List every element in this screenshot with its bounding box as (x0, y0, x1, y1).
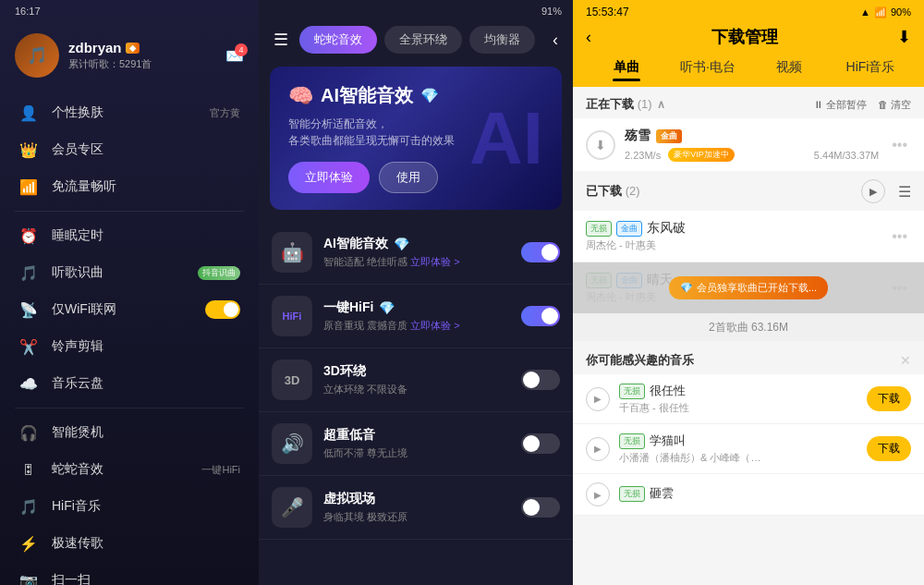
menu-item-snake-effect[interactable]: 🎛 蛇蛇音效 一键HiFi (0, 451, 259, 488)
menu-item-vip[interactable]: 👑 会员专区 (0, 131, 259, 168)
rec-play-1[interactable]: ▶ (586, 387, 610, 411)
menu-item-ringtone[interactable]: ✂️ 铃声剪辑 (0, 328, 259, 365)
dl-size: 5.44M/33.37M (814, 150, 879, 161)
menu-item-hifi[interactable]: 🎵 HiFi音乐 (0, 488, 259, 525)
menu-item-sleep[interactable]: ⏰ 睡眠定时 (0, 217, 259, 254)
effect-3d-toggle[interactable] (521, 370, 560, 390)
hamburger-button[interactable]: ☰ (270, 26, 292, 54)
dl-progress-row: 2.23M/s 豪华VIP加速中 5.44M/33.37M (625, 148, 879, 162)
rec-item-3: ▶ 无损 砸雲 (573, 474, 924, 516)
menu-item-cloud[interactable]: ☁️ 音乐云盘 (0, 365, 259, 402)
dl-vip-accelerate-tag: 豪华VIP加速中 (668, 148, 735, 162)
effect-bass-toggle[interactable] (521, 433, 560, 454)
tag-free-1: 无损 (586, 221, 612, 237)
menu-item-free-flow[interactable]: 📶 免流量畅听 (0, 168, 259, 205)
skin-icon: 👤 (18, 103, 39, 123)
hifi-icon: 🎵 (18, 496, 39, 517)
dl-status-icon: ⬇ (586, 130, 615, 160)
downloaded-1-more[interactable]: ••• (888, 225, 911, 249)
tab-snake-effect[interactable]: 蛇蛇音效 (299, 26, 377, 54)
effect-item-hifi[interactable]: HiFi 一键HiFi 💎 原音重现 震撼音质 立即体验 > (259, 285, 573, 348)
sort-button[interactable]: ☰ (898, 183, 911, 201)
menu-item-burnin[interactable]: 🎧 智能煲机 (0, 414, 259, 451)
ai-try-button[interactable]: 立即体验 (288, 162, 370, 193)
tab-hifi-music[interactable]: HiFi音乐 (830, 55, 911, 79)
right-back-button[interactable]: ‹ (586, 28, 591, 47)
rec-2-info: 无损 学猫叫 小潘潘（潘柚彤）& 小峰峰（… (619, 433, 857, 465)
effect-ai-toggle[interactable] (521, 242, 560, 262)
skin-badge: 官方黄 (210, 106, 240, 120)
menu-label-ringtone: 铃声剪辑 (52, 338, 240, 355)
effect-3d-sub: 立体环绕 不限设备 (323, 383, 510, 396)
effect-virtual-toggle[interactable] (521, 497, 560, 518)
effect-bass-sub: 低而不滞 尊无止境 (323, 446, 510, 460)
tag-gold-1: 金曲 (616, 221, 642, 237)
clear-button[interactable]: 🗑 清空 (878, 98, 911, 112)
ai-diamond-icon: 💎 (420, 87, 439, 104)
dl-more-button[interactable]: ••• (888, 133, 911, 157)
effect-item-3d[interactable]: 3D 3D环绕 立体环绕 不限设备 (259, 348, 573, 412)
effect-hifi-info: 一键HiFi 💎 原音重现 震撼音质 立即体验 > (323, 299, 510, 333)
vip-overlay-text: 💎 会员独享歌曲已开始下载... (669, 276, 828, 299)
right-tab-bar: 单曲 听书·电台 视频 HiFi音乐 (573, 55, 924, 87)
tab-equalizer[interactable]: 均衡器 (469, 26, 535, 54)
mid-time (270, 6, 273, 17)
tab-single[interactable]: 单曲 (586, 55, 667, 79)
menu-item-skin[interactable]: 👤 个性换肤 官方黄 (0, 94, 259, 131)
tab-panorama[interactable]: 全景环绕 (384, 26, 462, 54)
rec-play-3[interactable]: ▶ (586, 482, 610, 506)
menu-label-scan: 扫一扫 (52, 572, 240, 585)
menu-item-shazam[interactable]: 🎵 听歌识曲 抖音识曲 (0, 254, 259, 291)
downloading-title: 正在下载 (1) ∧ (586, 96, 813, 113)
rec-item-2: ▶ 无损 学猫叫 小潘潘（潘柚彤）& 小峰峰（… 下载 (573, 424, 924, 474)
rec-play-2[interactable]: ▶ (586, 437, 610, 461)
rec-2-download-button[interactable]: 下载 (867, 436, 911, 461)
menu-item-wifi[interactable]: 📡 仅WiFi联网 (0, 291, 259, 328)
right-status-bar: 15:53:47 ▲ 📶 90% (573, 0, 924, 20)
mail-button[interactable]: ✉️ 4 (225, 47, 244, 65)
menu-item-fast-transfer[interactable]: ⚡ 极速传歌 (0, 525, 259, 562)
pause-all-button[interactable]: ⏸ 全部暂停 (813, 98, 867, 112)
menu-label-shazam: 听歌识曲 (52, 264, 185, 281)
rec-3-title: 无损 砸雲 (619, 485, 911, 502)
tab-audiobook[interactable]: 听书·电台 (667, 55, 748, 79)
right-header: ‹ 下载管理 ⬇ (573, 20, 924, 55)
rec-close-button[interactable]: ✕ (900, 353, 911, 368)
downloaded-1-info: 无损 金曲 东风破 周杰伦 - 叶惠美 (586, 220, 881, 252)
downloading-actions: ⏸ 全部暂停 🗑 清空 (813, 98, 911, 112)
effect-item-bass[interactable]: 🔊 超重低音 低而不滞 尊无止境 (259, 412, 573, 476)
ai-banner: AI 🧠 AI智能音效 💎 智能分析适配音效， 各类歌曲都能呈现无懈可击的效果 … (270, 67, 562, 210)
play-all-button[interactable]: ▶ (861, 179, 885, 203)
downloaded-section: 已下载 (2) ▶ ☰ 无损 金曲 东风破 周杰伦 - 叶惠美 (573, 172, 924, 341)
rec-2-artist: 小潘潘（潘柚彤）& 小峰峰（… (619, 451, 857, 465)
mid-back-button[interactable]: ‹ (549, 27, 562, 54)
avatar[interactable]: 🎵 (15, 33, 59, 78)
shazam-icon: 🎵 (18, 262, 39, 283)
user-info: zdbryan ◆ 累计听歌：5291首 (68, 40, 216, 71)
menu-divider-2 (15, 408, 244, 408)
effect-hifi-toggle[interactable] (521, 306, 560, 326)
mail-badge: 4 (235, 43, 248, 56)
menu-label-skin: 个性换肤 (52, 104, 197, 121)
left-time: 16:17 (15, 6, 41, 17)
ai-use-button[interactable]: 使用 (379, 162, 438, 193)
sleep-icon: ⏰ (18, 225, 39, 246)
effect-item-ai[interactable]: 🤖 AI智能音效 💎 智能适配 绝佳听感 立即体验 > (259, 221, 573, 285)
menu-label-fast-transfer: 极速传歌 (52, 535, 240, 552)
wifi-status-icon: 📶 (874, 6, 887, 18)
download-cloud-icon[interactable]: ⬇ (897, 27, 911, 47)
right-page-title: 下载管理 (601, 26, 888, 48)
user-listen-count: 累计听歌：5291首 (68, 57, 216, 71)
shazam-tag: 抖音识曲 (198, 266, 240, 280)
snake-badge: 一键HiFi (201, 463, 240, 477)
downloaded-1-title: 无损 金曲 东风破 (586, 220, 881, 237)
wifi-toggle[interactable] (205, 300, 240, 319)
tab-video[interactable]: 视频 (748, 55, 830, 79)
rec-1-download-button[interactable]: 下载 (867, 386, 911, 411)
ai-effect-diamond: 💎 (394, 237, 409, 251)
menu-item-scan[interactable]: 📷 扫一扫 (0, 562, 259, 585)
dl-item-title: 殇雪 金曲 (625, 128, 879, 144)
burnin-icon: 🎧 (18, 422, 39, 443)
effect-item-virtual[interactable]: 🎤 虚拟现场 身临其境 极致还原 (259, 476, 573, 540)
rec-3-tag: 无损 (619, 486, 645, 502)
